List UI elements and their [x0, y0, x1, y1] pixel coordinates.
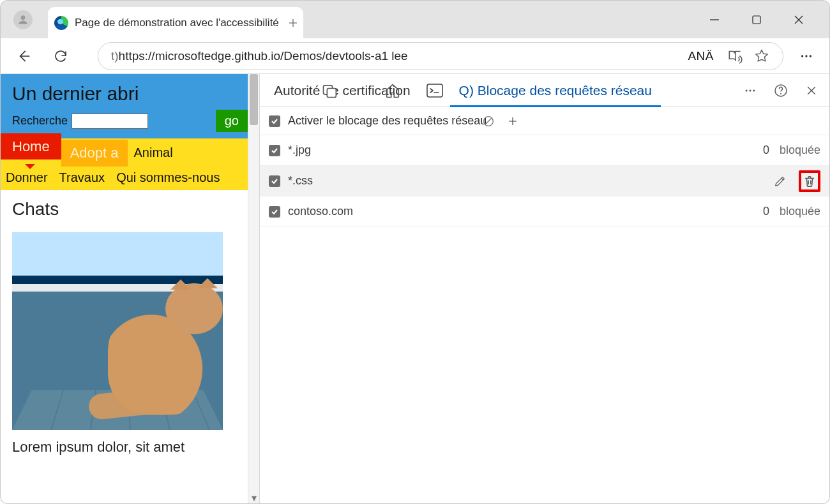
search-input[interactable]	[72, 114, 148, 129]
check-icon	[271, 147, 278, 154]
svg-point-3	[805, 55, 807, 57]
site-nav: Home Adopt a Animal Donner Travaux Qui s…	[1, 138, 259, 190]
new-tab-button[interactable]	[282, 7, 305, 39]
blocked-label: bloquée	[780, 144, 820, 157]
pattern-checkbox[interactable]	[269, 206, 280, 218]
url-text: https://microsoftedge.github.io/Demos/de…	[119, 49, 408, 63]
console-icon	[426, 82, 444, 99]
devtools-close-button[interactable]	[799, 78, 824, 103]
more-horizontal-icon	[744, 84, 757, 97]
pattern-checkbox[interactable]	[269, 175, 280, 187]
plus-icon	[287, 17, 299, 29]
lorem-text: Lorem ipsum dolor, sit amet	[1, 430, 259, 456]
devtools-help-button[interactable]	[768, 78, 794, 103]
pencil-icon	[773, 174, 787, 188]
check-icon	[271, 177, 278, 185]
back-button[interactable]	[10, 42, 38, 70]
nav-adopt[interactable]: Adopt a	[61, 140, 128, 167]
maximize-icon	[751, 15, 762, 25]
more-tabs-button[interactable]	[737, 78, 763, 103]
blocking-toolbar: Activer le blocage des requêtes réseau	[260, 107, 829, 135]
pattern-text: *.jpg	[288, 144, 311, 157]
pattern-text: *.css	[288, 174, 313, 188]
rendered-page: Un dernier abri Recherche go Home Adopt …	[1, 74, 259, 503]
nav-jobs[interactable]: Travaux	[59, 170, 105, 185]
search-row: Recherche go	[12, 110, 248, 132]
tab-blocking-label: Q) Blocage des requêtes réseau	[459, 83, 652, 98]
reader-icon	[727, 48, 743, 64]
pattern-checkbox[interactable]	[269, 145, 280, 156]
address-bar[interactable]: t) https://microsoftedge.github.io/Demos…	[98, 42, 783, 70]
address-bar-actions: ANÄ	[688, 48, 770, 64]
profile-avatar-button[interactable]	[13, 10, 33, 29]
pattern-row[interactable]: *.jpg 0 bloquée	[260, 135, 829, 166]
check-icon	[271, 208, 278, 216]
svg-rect-6	[327, 88, 336, 97]
svg-point-4	[810, 55, 811, 57]
blocked-count: 0	[763, 144, 769, 157]
nav-about[interactable]: Qui sommes-nous	[116, 170, 220, 185]
settings-menu-button[interactable]	[792, 42, 820, 70]
scroll-thumb[interactable]	[250, 74, 258, 125]
svg-rect-1	[753, 16, 760, 24]
star-icon	[753, 48, 770, 64]
blocked-label: bloquée	[780, 205, 820, 218]
tab-title: Page de démonstration avec l'accessibili…	[75, 17, 279, 29]
blocked-count: 0	[763, 205, 769, 218]
site-title: Un dernier abri	[12, 83, 248, 105]
browser-toolbar: t) https://microsoftedge.github.io/Demos…	[0, 38, 830, 74]
tab-console-icon[interactable]	[419, 74, 450, 107]
overlay-icon-1	[321, 82, 339, 100]
maximize-button[interactable]	[745, 8, 768, 31]
close-window-button[interactable]	[787, 8, 810, 31]
pattern-row[interactable]: contoso.com 0 bloquée	[260, 196, 829, 227]
window-controls	[703, 1, 824, 39]
devtools-panel: Autorité de certification Q) Blocage des…	[259, 74, 829, 503]
devtools-tab-actions	[737, 78, 829, 103]
search-go-button[interactable]: go	[216, 110, 248, 132]
svg-point-12	[780, 93, 781, 94]
edge-logo-icon	[54, 16, 68, 30]
nav-home[interactable]: Home	[1, 133, 61, 159]
check-icon	[271, 117, 278, 125]
minimize-button[interactable]	[703, 8, 726, 31]
favorite-button[interactable]	[753, 48, 770, 64]
blocked-overlay-icon	[481, 114, 495, 128]
minimize-icon	[709, 14, 720, 26]
svg-rect-7	[427, 84, 442, 97]
enable-blocking-label: Activer le blocage des requêtes réseau	[288, 114, 487, 128]
more-horizontal-icon	[799, 49, 813, 63]
close-icon	[793, 14, 804, 26]
add-pattern-button[interactable]	[507, 115, 518, 127]
section-heading: Chats	[1, 190, 259, 228]
devtools-tabs: Autorité de certification Q) Blocage des…	[260, 74, 829, 107]
delete-pattern-button[interactable]	[799, 170, 820, 192]
page-scrollbar[interactable]: ▴ ▾	[248, 74, 259, 503]
pattern-row[interactable]: *.css	[260, 166, 829, 196]
edit-pattern-button[interactable]	[769, 170, 791, 192]
arrow-left-icon	[15, 48, 32, 64]
nav-animal[interactable]: Animal	[128, 140, 179, 165]
help-icon	[773, 83, 788, 98]
search-label: Recherche	[12, 114, 68, 128]
page-hero: Un dernier abri Recherche go	[1, 74, 259, 138]
enable-blocking-checkbox[interactable]	[269, 115, 280, 127]
tab-network-blocking[interactable]: Q) Blocage des requêtes réseau	[450, 74, 661, 107]
plus-icon	[507, 115, 518, 127]
content-area: Un dernier abri Recherche go Home Adopt …	[0, 74, 830, 504]
svg-point-2	[801, 55, 803, 57]
scroll-down-arrow-icon[interactable]: ▾	[248, 492, 259, 503]
pattern-text: contoso.com	[288, 205, 353, 218]
refresh-button[interactable]	[47, 42, 75, 70]
window-titlebar: Page de démonstration avec l'accessibili…	[0, 0, 830, 38]
nav-home-wrap: Home	[1, 138, 61, 167]
tab-authority[interactable]: Autorité de certification	[265, 74, 419, 107]
refresh-icon	[53, 48, 68, 64]
svg-point-8	[746, 89, 748, 91]
browser-tab[interactable]: Page de démonstration avec l'accessibili…	[48, 7, 303, 39]
immersive-reader-button[interactable]	[727, 48, 743, 64]
tabs-overlap-icon	[321, 82, 339, 100]
svg-point-0	[21, 15, 26, 20]
person-icon	[17, 13, 29, 26]
translate-label[interactable]: ANÄ	[688, 49, 714, 63]
